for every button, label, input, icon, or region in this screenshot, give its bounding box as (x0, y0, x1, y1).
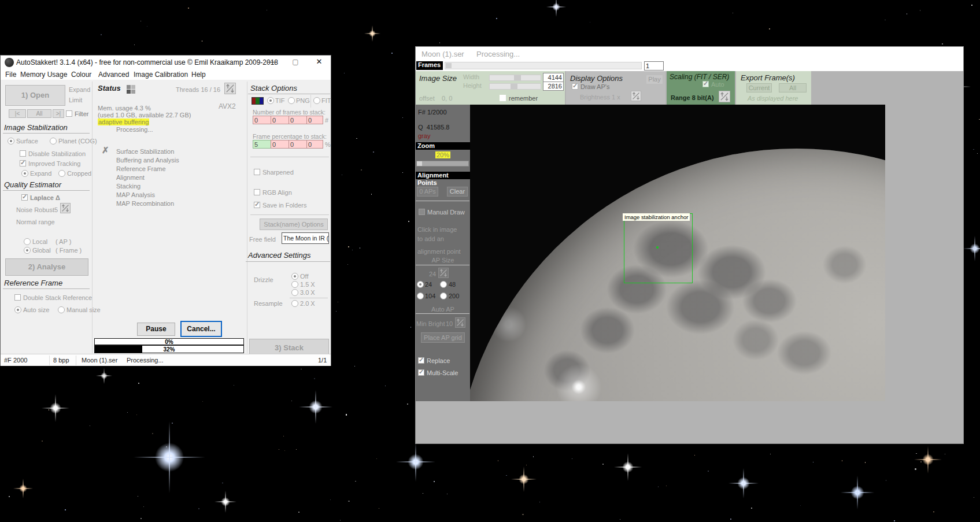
width-slider[interactable] (489, 75, 541, 81)
title-bar[interactable]: AutoStakkert! 3.1.4 (x64) - free for non… (1, 55, 331, 69)
menu-colour[interactable]: Colour (71, 71, 91, 79)
manual-size-radio[interactable] (58, 306, 65, 313)
auto-scaling-checkbox[interactable] (702, 81, 709, 87)
auto-size-radio[interactable] (14, 306, 21, 313)
export-current-button[interactable]: Current (746, 83, 772, 92)
bright-star (309, 400, 323, 414)
menu-advanced[interactable]: Advanced (98, 71, 129, 79)
cropped-radio[interactable] (58, 170, 65, 177)
planet-radio[interactable] (50, 138, 57, 145)
menu-help[interactable]: Help (191, 71, 206, 79)
draw-aps-checkbox[interactable] (572, 83, 578, 90)
stackname-options-button[interactable]: Stack(name) Options (260, 219, 328, 230)
zoom-slider-thumb[interactable] (417, 161, 422, 166)
save-in-folders-checkbox[interactable] (254, 202, 260, 208)
place-ap-grid-button[interactable]: Place AP grid (421, 332, 465, 343)
free-field-input[interactable]: The Moon in IR ( (282, 232, 329, 244)
quality-value-label: Q 41585.8 (418, 124, 449, 131)
height-slider-thumb[interactable] (511, 84, 517, 89)
step-buffering-analysis: Buffering and Analysis (116, 157, 179, 164)
image-stabilization-title: Image Stabilization (4, 123, 68, 132)
remember-checkbox[interactable] (500, 95, 506, 101)
percent-input-1[interactable]: 5 (253, 140, 271, 149)
export-frames-title: Export Frame(s) (741, 73, 795, 82)
play-button[interactable]: Play (646, 75, 663, 84)
ap-size-spinner-icon[interactable] (438, 268, 449, 278)
rgb-align-checkbox[interactable] (254, 189, 260, 195)
noise-robust-value: 5 (54, 206, 58, 213)
laplace-checkbox[interactable] (21, 194, 28, 201)
first-frame-button[interactable]: |< (9, 109, 26, 118)
export-all-button[interactable]: All (779, 83, 807, 92)
last-frame-button[interactable]: >| (53, 109, 64, 118)
sharpened-checkbox[interactable] (254, 169, 260, 175)
drizzle-off-radio[interactable] (291, 273, 298, 280)
percent-input-3[interactable]: 0 (289, 140, 307, 149)
frames-count-input-2[interactable]: 0 (271, 116, 289, 124)
expand-radio[interactable] (21, 170, 28, 177)
double-stack-checkbox[interactable] (14, 294, 21, 301)
png-radio[interactable] (288, 97, 295, 104)
height-value-input[interactable]: 2816 (543, 82, 564, 91)
range-spinner-icon[interactable] (719, 91, 730, 102)
filter-checkbox[interactable] (66, 110, 72, 117)
stabilization-anchor-box[interactable] (624, 213, 693, 283)
global-radio[interactable] (24, 247, 31, 254)
height-slider[interactable] (489, 83, 541, 90)
min-bright-spinner-icon[interactable] (455, 317, 465, 328)
frames-count-input-4[interactable]: 0 (306, 116, 323, 124)
ap-size-200-radio[interactable] (440, 293, 447, 299)
tif-radio[interactable] (267, 97, 274, 104)
step-stacking: Stacking (116, 183, 140, 190)
analyse-button[interactable]: 2) Analyse (5, 258, 88, 276)
local-radio[interactable] (24, 238, 31, 245)
disable-stabilization-checkbox[interactable] (20, 150, 26, 157)
minimize-icon[interactable]: — (260, 55, 283, 69)
maximize-icon[interactable]: ▢ (284, 55, 307, 69)
menu-memory-usage[interactable]: Memory Usage (20, 71, 67, 79)
frames-count-input-1[interactable]: 0 (253, 116, 271, 124)
drizzle-15-radio[interactable] (291, 281, 298, 288)
clear-aps-button[interactable]: Clear (447, 187, 468, 197)
frames-count-input-3[interactable]: 0 (289, 116, 307, 124)
frames-slider-thumb[interactable] (446, 63, 452, 68)
replace-checkbox[interactable] (418, 357, 424, 364)
bright-star (737, 477, 750, 490)
multi-scale-checkbox[interactable] (418, 369, 424, 376)
noise-robust-spinner-icon[interactable] (60, 203, 71, 213)
all-frames-button[interactable]: All (27, 109, 51, 118)
percent-input-4[interactable]: 0 (306, 140, 323, 149)
width-value-input[interactable]: 4144 (543, 73, 564, 82)
cancel-button[interactable]: Cancel... (180, 321, 222, 337)
ap-size-24-radio[interactable] (417, 281, 424, 288)
ap-size-104-radio[interactable] (417, 293, 424, 299)
ap-size-48-radio[interactable] (440, 281, 447, 288)
drizzle-15-label: 1.5 X (300, 281, 315, 288)
menu-file[interactable]: File (5, 71, 16, 79)
auto-ap-title: Auto AP (416, 306, 470, 313)
zoom-slider[interactable] (416, 161, 469, 166)
percent-input-2[interactable]: 0 (271, 140, 289, 149)
anchor-label: Image stabilization anchor (623, 213, 690, 221)
zoom-section-header: Zoom (416, 142, 470, 150)
resample-radio[interactable] (291, 300, 298, 307)
brightness-spinner-icon[interactable] (631, 91, 641, 101)
moon-image-area[interactable]: Image stabilization anchor (470, 105, 885, 401)
manual-draw-checkbox[interactable] (419, 209, 425, 215)
f-number-label: F# 1/2000 (418, 109, 447, 116)
frame-number-input[interactable]: 1 (644, 61, 664, 71)
improved-tracking-checkbox[interactable] (20, 160, 26, 166)
width-slider-thumb[interactable] (514, 75, 521, 80)
fit-label: FIT (321, 97, 331, 104)
open-button[interactable]: 1) Open (5, 85, 65, 106)
close-icon[interactable]: ✕ (308, 55, 331, 69)
threads-spinner-icon[interactable] (224, 83, 236, 94)
drizzle-30-radio[interactable] (291, 289, 298, 296)
frames-slider[interactable] (445, 62, 642, 69)
fit-radio[interactable] (313, 97, 320, 104)
ap-count-button[interactable]: 0 APs (417, 187, 438, 197)
surface-radio[interactable] (8, 138, 14, 145)
viewer-title-bar[interactable]: Moon (1).ser Processing... (416, 47, 963, 61)
pause-button[interactable]: Pause (137, 323, 175, 336)
menu-image-calibration[interactable]: Image Calibration (134, 71, 188, 79)
